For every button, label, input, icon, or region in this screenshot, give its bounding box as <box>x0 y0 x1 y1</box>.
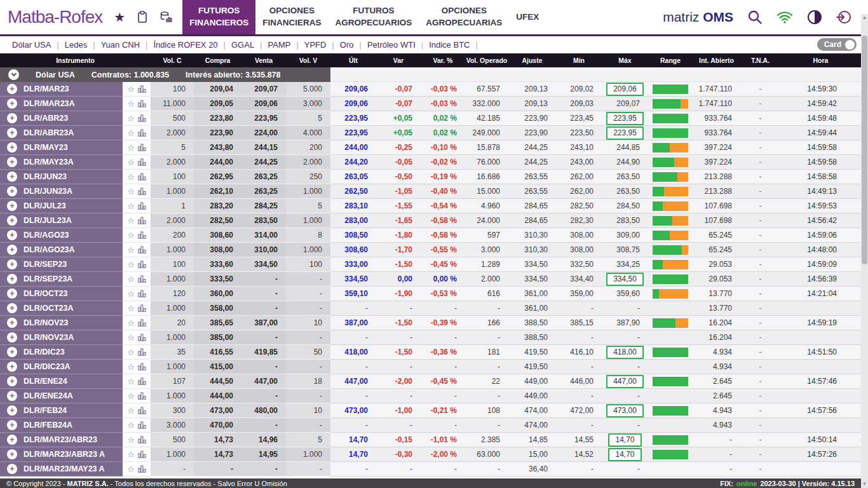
tab-futuros-financieros[interactable]: FUTUROSFINANCIEROS <box>182 0 255 34</box>
instrument-name-cell[interactable]: +DLR/MAY23A <box>0 155 123 170</box>
favorite-star-icon[interactable]: ☆ <box>127 114 135 123</box>
expand-icon[interactable]: + <box>7 186 17 196</box>
expand-icon[interactable]: + <box>7 449 17 459</box>
connection-wifi-icon[interactable] <box>776 10 793 24</box>
expand-icon[interactable]: + <box>7 405 17 416</box>
expand-icon[interactable]: + <box>7 362 17 372</box>
expand-icon[interactable]: + <box>7 201 17 211</box>
venta-cell[interactable]: - <box>241 418 286 433</box>
compra-cell[interactable]: 223,90 <box>194 126 241 140</box>
mini-chart-icon[interactable] <box>138 348 146 356</box>
instrument-name-cell[interactable]: +DLR/JUL23A <box>0 214 123 228</box>
mini-chart-icon[interactable] <box>138 407 146 414</box>
instrument-name-cell[interactable]: +DLR/MAR23/ABR23 <box>0 433 123 447</box>
instrument-name-cell[interactable]: +DLR/ENE24A <box>0 389 123 403</box>
expand-icon[interactable]: + <box>7 157 17 167</box>
favorite-star-icon[interactable]: ☆ <box>127 421 135 430</box>
mini-chart-icon[interactable] <box>138 290 146 297</box>
compra-cell[interactable]: 415,00 <box>194 360 241 374</box>
favorite-star-icon[interactable]: ☆ <box>127 173 135 181</box>
compra-cell[interactable]: 308,60 <box>194 228 241 243</box>
venta-cell[interactable]: 223,95 <box>241 111 286 126</box>
filter-item-indice-btc[interactable]: Indice BTC <box>423 40 475 50</box>
compra-cell[interactable]: 385,65 <box>194 316 241 330</box>
instrument-name-cell[interactable]: +DLR/ABR23 <box>0 111 123 126</box>
vertical-scrollbar[interactable]: ▲ ▼ <box>861 14 868 488</box>
venta-cell[interactable]: - <box>241 287 286 301</box>
favorite-star-icon[interactable]: ☆ <box>127 436 135 444</box>
venta-cell[interactable]: 14,96 <box>241 433 286 447</box>
favorite-star-icon[interactable]: ☆ <box>127 144 135 152</box>
mini-chart-icon[interactable] <box>138 451 146 458</box>
compra-cell[interactable]: 444,50 <box>194 374 241 389</box>
mini-chart-icon[interactable] <box>138 100 146 107</box>
mini-chart-icon[interactable] <box>138 377 146 385</box>
mini-chart-icon[interactable] <box>138 246 146 254</box>
compra-cell[interactable]: 308,00 <box>194 243 241 257</box>
mini-chart-icon[interactable] <box>138 129 146 137</box>
instrument-name-cell[interactable]: +DLR/MAR23/ABR23 A <box>0 447 123 462</box>
compra-cell[interactable]: 473,00 <box>194 403 241 418</box>
favorite-star-icon[interactable]: ☆ <box>127 451 135 459</box>
instrument-name-cell[interactable]: +DLR/FEB24 <box>0 403 123 418</box>
scroll-thumb[interactable] <box>862 36 867 264</box>
compra-cell[interactable]: 470,00 <box>194 418 241 433</box>
venta-cell[interactable]: 284,25 <box>241 199 286 214</box>
mini-chart-icon[interactable] <box>138 363 146 370</box>
mini-chart-icon[interactable] <box>138 261 146 268</box>
compra-cell[interactable]: 333,60 <box>194 257 241 272</box>
expand-icon[interactable]: + <box>7 215 17 226</box>
venta-cell[interactable]: - <box>241 301 286 316</box>
compra-cell[interactable]: 262,95 <box>194 170 241 184</box>
compra-cell[interactable]: - <box>194 462 241 477</box>
compra-cell[interactable]: 358,00 <box>194 301 241 316</box>
mini-chart-icon[interactable] <box>138 334 146 341</box>
clipboard-icon[interactable] <box>137 11 148 24</box>
favorite-star-icon[interactable]: ☆ <box>127 319 135 327</box>
expand-icon[interactable]: + <box>7 391 17 401</box>
favorite-star-icon[interactable]: ☆ <box>127 363 135 371</box>
filter-item-ggal[interactable]: GGAL <box>226 40 260 50</box>
venta-cell[interactable]: - <box>241 360 286 374</box>
scroll-up-icon[interactable]: ▲ <box>862 14 867 22</box>
expand-icon[interactable]: + <box>7 172 17 182</box>
favorite-star-icon[interactable]: ☆ <box>127 85 135 93</box>
expand-icon[interactable]: + <box>7 376 17 386</box>
favorites-star-icon[interactable]: ★ <box>114 11 125 24</box>
compra-cell[interactable]: 416,55 <box>194 345 241 360</box>
instrument-name-cell[interactable]: +DLR/ENE24 <box>0 374 123 389</box>
compra-cell[interactable]: 14,73 <box>194 433 241 447</box>
filter-item-dolar-usa[interactable]: Dólar USA <box>6 40 57 50</box>
mini-chart-icon[interactable] <box>138 392 146 400</box>
venta-cell[interactable]: 244,15 <box>241 140 286 155</box>
favorite-star-icon[interactable]: ☆ <box>127 275 135 283</box>
expand-icon[interactable]: + <box>7 347 17 357</box>
compra-cell[interactable]: 244,00 <box>194 155 241 170</box>
filter-item-pamp[interactable]: PAMP <box>262 40 297 50</box>
compra-cell[interactable]: 209,05 <box>194 97 241 111</box>
expand-icon[interactable]: + <box>7 420 17 430</box>
favorite-star-icon[interactable]: ☆ <box>127 334 135 342</box>
venta-cell[interactable]: 209,07 <box>241 82 286 97</box>
venta-cell[interactable]: 14,95 <box>241 447 286 462</box>
filter-item-yuan-cnh[interactable]: Yuan CNH <box>95 40 146 50</box>
instrument-name-cell[interactable]: +DLR/MAY23 <box>0 140 123 155</box>
compra-cell[interactable]: 14,73 <box>194 447 241 462</box>
mini-chart-icon[interactable] <box>138 275 146 283</box>
instrument-name-cell[interactable]: +DLR/MAR23 <box>0 82 123 97</box>
expand-icon[interactable]: + <box>7 245 17 255</box>
expand-icon[interactable]: + <box>7 128 17 138</box>
logout-icon[interactable] <box>836 10 851 25</box>
compra-cell[interactable]: 360,00 <box>194 287 241 301</box>
instrument-name-cell[interactable]: +DLR/DIC23A <box>0 360 123 374</box>
theme-contrast-icon[interactable] <box>807 10 822 25</box>
instrument-name-cell[interactable]: +DLR/JUL23 <box>0 199 123 214</box>
instrument-name-cell[interactable]: +DLR/ABR23A <box>0 126 123 140</box>
expand-icon[interactable]: + <box>7 318 17 328</box>
favorite-star-icon[interactable]: ☆ <box>127 304 135 313</box>
expand-icon[interactable]: + <box>7 288 17 299</box>
venta-cell[interactable]: 283,50 <box>241 214 286 228</box>
mini-chart-icon[interactable] <box>138 436 146 444</box>
tab-opciones-financieras[interactable]: OPCIONESFINANCIERAS <box>255 0 328 34</box>
favorite-star-icon[interactable]: ☆ <box>127 158 135 166</box>
